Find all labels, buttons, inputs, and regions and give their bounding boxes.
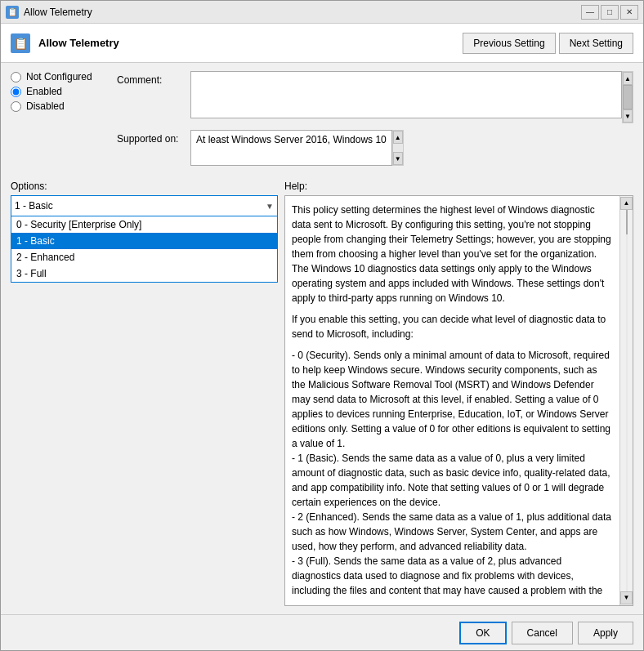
dialog-footer: OK Cancel Apply: [1, 614, 643, 650]
help-p2: If you enable this setting, you can deci…: [292, 312, 613, 341]
radio-disabled[interactable]: Disabled: [11, 100, 117, 112]
top-row: Not Configured Enabled Disabled Comment:: [11, 71, 633, 174]
help-panel: This policy setting determines the highe…: [284, 195, 633, 606]
apply-button[interactable]: Apply: [578, 622, 633, 644]
supported-scroll-down[interactable]: ▼: [393, 152, 403, 165]
radio-group: Not Configured Enabled Disabled: [11, 71, 117, 112]
section-labels: Options: Help:: [11, 181, 633, 192]
help-scroll-up[interactable]: ▲: [620, 197, 633, 210]
comment-textarea[interactable]: [190, 71, 622, 118]
options-label: Options:: [11, 181, 284, 192]
comment-label: Comment:: [117, 71, 190, 86]
dropdown-item-2[interactable]: 2 - Enhanced: [11, 249, 277, 265]
supported-section: Supported on: At least Windows Server 20…: [117, 130, 633, 166]
maximize-button[interactable]: □: [601, 5, 619, 20]
radio-enabled-label: Enabled: [26, 86, 62, 97]
help-p1: This policy setting determines the highe…: [292, 203, 613, 305]
prev-setting-button[interactable]: Previous Setting: [463, 33, 555, 54]
dialog-icon: 📋: [11, 33, 30, 53]
dialog-body: Not Configured Enabled Disabled Comment:: [1, 63, 643, 614]
main-panels: 1 - Basic ▼ 0 - Security [Enterprise Onl…: [11, 195, 633, 606]
cancel-button[interactable]: Cancel: [512, 622, 573, 644]
help-scrollbar[interactable]: ▲ ▼: [619, 196, 633, 605]
minimize-button[interactable]: —: [581, 5, 599, 20]
comment-scroll-down[interactable]: ▼: [623, 109, 633, 123]
dialog-header: 📋 Allow Telemetry Previous Setting Next …: [1, 24, 643, 63]
radio-enabled[interactable]: Enabled: [11, 86, 117, 97]
main-window: 📋 Allow Telemetry — □ ✕ 📋 Allow Telemetr…: [0, 0, 644, 651]
supported-scroll-area: [393, 144, 403, 152]
dropdown-item-3[interactable]: 3 - Full: [11, 265, 277, 282]
ok-button[interactable]: OK: [459, 622, 506, 644]
comment-section: Comment: ▲ ▼: [117, 71, 633, 123]
dropdown-selected-text: 1 - Basic: [15, 200, 266, 212]
radio-not-configured-label: Not Configured: [26, 71, 92, 82]
radio-disabled-label: Disabled: [26, 100, 65, 112]
title-bar-left: 📋 Allow Telemetry: [6, 6, 92, 19]
help-p3: - 0 (Security). Sends only a minimal amo…: [292, 348, 613, 599]
dialog-title: Allow Telemetry: [38, 37, 454, 49]
dropdown-list: 0 - Security [Enterprise Only] 1 - Basic…: [11, 216, 278, 283]
dropdown-item-0[interactable]: 0 - Security [Enterprise Only]: [11, 216, 277, 233]
help-scroll-thumb[interactable]: [626, 210, 628, 234]
radio-not-configured[interactable]: Not Configured: [11, 71, 117, 82]
help-text: This policy setting determines the highe…: [292, 203, 613, 599]
dropdown-container: 1 - Basic ▼ 0 - Security [Enterprise Onl…: [11, 195, 278, 283]
comment-scroll-area: [623, 85, 633, 109]
window-icon: 📋: [6, 6, 19, 19]
supported-scrollbar[interactable]: ▲ ▼: [392, 130, 404, 166]
supported-wrapper: At least Windows Server 2016, Windows 10…: [190, 130, 404, 166]
comment-scrollbar[interactable]: ▲ ▼: [622, 71, 633, 123]
dropdown-selected[interactable]: 1 - Basic ▼: [11, 195, 278, 216]
supported-value: At least Windows Server 2016, Windows 10: [190, 130, 392, 166]
comment-scroll-up[interactable]: ▲: [623, 72, 633, 85]
radio-group-container: Not Configured Enabled Disabled: [11, 71, 117, 174]
supported-label: Supported on:: [117, 130, 190, 145]
help-scroll-down[interactable]: ▼: [620, 591, 633, 604]
supported-scroll-up[interactable]: ▲: [393, 131, 403, 144]
options-panel: 1 - Basic ▼ 0 - Security [Enterprise Onl…: [11, 195, 278, 606]
right-top: Comment: ▲ ▼ Supported on:: [117, 71, 633, 174]
title-bar: 📋 Allow Telemetry — □ ✕: [1, 1, 643, 24]
window-title: Allow Telemetry: [24, 7, 92, 18]
radio-enabled-input[interactable]: [11, 87, 21, 97]
help-scroll-area: [626, 210, 628, 591]
close-button[interactable]: ✕: [620, 5, 638, 20]
radio-disabled-input[interactable]: [11, 101, 21, 112]
textarea-wrapper: ▲ ▼: [190, 71, 633, 123]
title-bar-controls: — □ ✕: [581, 5, 638, 20]
nav-buttons: Previous Setting Next Setting: [463, 33, 633, 54]
radio-not-configured-input[interactable]: [11, 72, 21, 82]
next-setting-button[interactable]: Next Setting: [559, 33, 633, 54]
comment-scroll-thumb[interactable]: [623, 85, 633, 109]
help-label: Help:: [284, 181, 633, 192]
dropdown-chevron-icon: ▼: [266, 202, 274, 211]
dropdown-item-1[interactable]: 1 - Basic: [11, 233, 277, 249]
